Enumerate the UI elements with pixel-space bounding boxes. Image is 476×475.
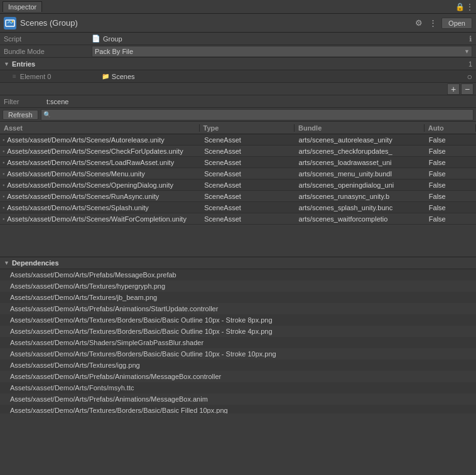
table-row[interactable]: ▪ Assets/xasset/Demo/Arts/Scenes/Autorel… (0, 134, 476, 146)
dep-item: Assets/xasset/Demo/Arts/Textures/Borders… (0, 348, 476, 360)
entries-header: ▼ Entries 1 (0, 58, 476, 70)
search-wrapper: 🔍 (41, 109, 473, 120)
script-value: Group (103, 35, 469, 43)
element-value: 📁 Scenes (102, 73, 467, 80)
asset-type: SceneAsset (202, 136, 296, 144)
dep-item: Assets/xasset/Demo/Arts/Prefabs/MessageB… (0, 269, 476, 280)
add-remove-row: + − (0, 83, 476, 95)
more-icon[interactable]: ⋮ (466, 3, 473, 11)
remove-entry-button[interactable]: − (461, 83, 473, 95)
entries-count: 1 (468, 60, 472, 68)
element-select-btn[interactable]: ○ (467, 72, 472, 81)
table-empty-space (0, 225, 476, 257)
asset-auto: False (426, 204, 476, 211)
asset-path: Assets/xasset/Demo/Arts/Scenes/RunAsync.… (7, 193, 159, 200)
asset-file-icon: ▪ (3, 148, 4, 154)
filter-row: Filter t:scene (0, 95, 476, 108)
asset-type: SceneAsset (202, 147, 296, 155)
th-type: Type (200, 124, 295, 132)
table-header: Asset Type Bundle Auto (0, 122, 476, 134)
asset-type: SceneAsset (202, 204, 296, 211)
table-row[interactable]: ▪ Assets/xasset/Demo/Arts/Scenes/LoadRaw… (0, 157, 476, 168)
asset-bundle: arts/scenes_openingdialog_uni (296, 181, 426, 189)
asset-file-icon: ▪ (3, 171, 4, 177)
asset-bundle: arts/scenes_autorelease_unity (296, 136, 426, 144)
asset-auto: False (426, 170, 476, 178)
script-doc-icon: 📄 (92, 35, 100, 43)
asset-path: Assets/xasset/Demo/Arts/Scenes/Autorelea… (7, 136, 165, 144)
asset-file-icon: ▪ (3, 216, 4, 222)
table-row[interactable]: ▪ Assets/xasset/Demo/Arts/Scenes/Opening… (0, 179, 476, 191)
asset-table: Asset Type Bundle Auto ▪ Assets/xasset/D… (0, 122, 476, 257)
table-row[interactable]: ▪ Assets/xasset/Demo/Arts/Scenes/Menu.un… (0, 168, 476, 179)
dep-item: Assets/xasset/Demo/Arts/Prefabs/Animatio… (0, 371, 476, 382)
asset-auto: False (426, 193, 476, 200)
dep-item: Assets/xasset/Demo/Arts/Shaders/SimpleGr… (0, 337, 476, 348)
dep-title: Dependencies (12, 259, 59, 267)
script-label: Script (4, 35, 92, 43)
header-settings-btn[interactable]: ⚙ (413, 18, 425, 28)
asset-path: Assets/xasset/Demo/Arts/Scenes/Splash.un… (7, 204, 149, 211)
element-value-text: Scenes (112, 73, 135, 80)
asset-type: SceneAsset (202, 159, 296, 166)
asset-path: Assets/xasset/Demo/Arts/Scenes/WaitForCo… (7, 215, 187, 223)
table-row[interactable]: ▪ Assets/xasset/Demo/Arts/Scenes/RunAsyn… (0, 191, 476, 202)
lock-icon[interactable]: 🔒 (455, 3, 465, 11)
filter-label: Filter (4, 98, 41, 105)
asset-path: Assets/xasset/Demo/Arts/Scenes/LoadRawAs… (7, 159, 174, 166)
inspector-tab[interactable]: Inspector (3, 1, 42, 12)
refresh-row: Refresh 🔍 (0, 108, 476, 122)
th-asset: Asset (0, 124, 200, 132)
table-row[interactable]: ▪ Assets/xasset/Demo/Arts/Scenes/Splash.… (0, 202, 476, 213)
asset-auto: False (426, 215, 476, 223)
scene-group-icon (4, 17, 16, 29)
open-button[interactable]: Open (441, 18, 472, 29)
table-row[interactable]: ▪ Assets/xasset/Demo/Arts/Scenes/WaitFor… (0, 213, 476, 225)
search-icon: 🔍 (43, 111, 51, 118)
asset-bundle: arts/scenes_loadrawasset_uni (296, 159, 426, 166)
asset-auto: False (426, 159, 476, 166)
inspector-tab-label: Inspector (8, 3, 36, 11)
filter-value: t:scene (46, 98, 68, 105)
add-entry-button[interactable]: + (447, 83, 460, 95)
asset-type: SceneAsset (202, 193, 296, 200)
dependencies-list: Assets/xasset/Demo/Arts/Prefabs/MessageB… (0, 269, 476, 414)
asset-type: SceneAsset (202, 170, 296, 178)
script-info-btn[interactable]: ℹ (469, 35, 472, 43)
header-row: Scenes (Group) ⚙ ⋮ Open (0, 14, 476, 33)
asset-bundle: arts/scenes_runasync_unity.b (296, 193, 426, 200)
title-bar: Inspector 🔒 ⋮ (0, 0, 476, 14)
element-label: Element 0 (20, 73, 102, 80)
dep-body: Assets/xasset/Demo/Arts/Prefabs/MessageB… (0, 269, 476, 414)
dep-item: Assets/xasset/Demo/Arts/Textures/Borders… (0, 314, 476, 326)
dep-item: Assets/xasset/Demo/Arts/Textures/Borders… (0, 405, 476, 414)
dep-arrow-icon: ▼ (4, 260, 9, 266)
asset-file-icon: ▪ (3, 137, 4, 143)
asset-auto: False (426, 136, 476, 144)
table-row[interactable]: ▪ Assets/xasset/Demo/Arts/Scenes/CheckFo… (0, 146, 476, 157)
header-title: Scenes (Group) (20, 18, 78, 28)
asset-file-icon: ▪ (3, 205, 4, 211)
dep-item: Assets/xasset/Demo/Arts/Textures/hypergr… (0, 280, 476, 292)
svg-point-1 (12, 20, 14, 22)
asset-path: Assets/xasset/Demo/Arts/Scenes/OpeningDi… (7, 181, 173, 189)
asset-type: SceneAsset (202, 181, 296, 189)
asset-bundle: arts/scenes_splash_unity.bunc (296, 204, 426, 211)
asset-path: Assets/xasset/Demo/Arts/Scenes/Menu.unit… (7, 170, 144, 178)
refresh-button[interactable]: Refresh (3, 110, 38, 120)
element-row: ≡ Element 0 📁 Scenes ○ (0, 70, 476, 83)
folder-icon: 📁 (102, 73, 109, 80)
asset-file-icon: ▪ (3, 193, 4, 200)
title-bar-right: 🔒 ⋮ (455, 3, 473, 11)
table-body: ▪ Assets/xasset/Demo/Arts/Scenes/Autorel… (0, 134, 476, 225)
dep-item: Assets/xasset/Demo/Arts/Textures/igg.png (0, 360, 476, 371)
header-left: Scenes (Group) (4, 17, 78, 29)
search-input[interactable] (41, 109, 473, 120)
asset-bundle: arts/scenes_menu_unity.bundl (296, 170, 426, 178)
asset-bundle: arts/scenes_checkforupdates_ (296, 147, 426, 155)
asset-auto: False (426, 181, 476, 189)
dep-item: Assets/xasset/Demo/Arts/Fonts/msyh.ttc (0, 382, 476, 393)
header-more-btn[interactable]: ⋮ (427, 18, 439, 28)
asset-file-icon: ▪ (3, 182, 4, 188)
bundle-mode-select[interactable]: Pack By File Pack Separately Pack Togeth… (92, 46, 472, 57)
